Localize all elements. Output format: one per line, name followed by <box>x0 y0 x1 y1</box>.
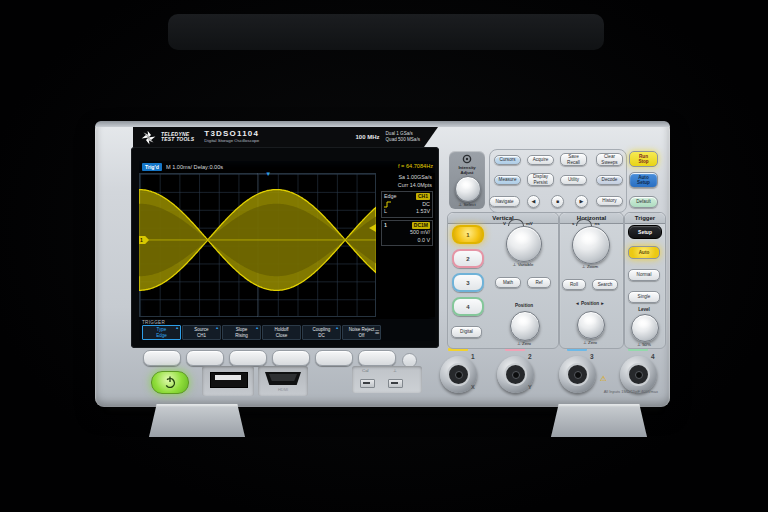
bnc-number-label: 2 <box>528 353 532 360</box>
search-button[interactable]: Search <box>592 279 618 290</box>
bnc-axis-label: X <box>471 384 475 390</box>
display-persist-button[interactable]: Display Persist <box>527 173 554 186</box>
trigger-fifty-label: ⊥ 50% <box>624 342 664 347</box>
am-waveform <box>139 173 376 317</box>
trigger-normal-button[interactable]: Normal <box>628 269 660 281</box>
trigger-single-button[interactable]: Single <box>628 291 660 303</box>
nav-previous-button[interactable]: ◀ <box>527 195 540 208</box>
save-recall-button[interactable]: Save Recall <box>560 153 587 166</box>
volts-scale-knob[interactable] <box>506 226 542 262</box>
cal-label: Cal <box>362 368 369 373</box>
screen-softkey-2[interactable] <box>186 350 224 366</box>
trigger-type: Edge <box>384 193 397 201</box>
vertical-position-knob[interactable] <box>510 311 540 341</box>
intensity-icon <box>462 154 472 164</box>
hdmi-port-inner <box>269 374 297 381</box>
navigate-button[interactable]: Navigate <box>489 196 520 207</box>
bnc-axis-label: Y <box>528 384 532 390</box>
screen-softkey-3[interactable] <box>229 350 267 366</box>
horizontal-zero-label: ⊥ Zero <box>570 340 610 345</box>
samplerate-specs: Dual 1 GSa/s Quad 500 MSa/s <box>386 131 428 142</box>
brand-name: TELEDYNE TEST TOOLS <box>161 132 194 143</box>
bandwidth-label: 100 MHz <box>356 134 380 140</box>
clear-sweeps-button[interactable]: Clear Sweeps <box>596 153 623 166</box>
menu-item-type[interactable]: TypeEdge▲ <box>142 325 181 340</box>
menu-item-holdoff[interactable]: HoldoffClose <box>262 325 301 340</box>
bnc-number-label: 1 <box>471 353 475 360</box>
timebase-knob[interactable] <box>572 226 610 264</box>
screen-softkey-5[interactable] <box>315 350 353 366</box>
channel-offset: 0.0 V <box>417 237 430 245</box>
run-stop-button[interactable]: Run Stop <box>629 151 658 167</box>
ref-button[interactable]: Ref <box>527 277 551 288</box>
channel-3-button[interactable]: 3 <box>452 273 484 292</box>
menu-item-source[interactable]: SourceCH1▲ <box>182 325 221 340</box>
bnc-input-4[interactable] <box>620 356 657 393</box>
decode-button[interactable]: Decode <box>596 175 623 185</box>
trigger-coupling: DC <box>422 201 430 209</box>
bnc-pin <box>455 371 463 379</box>
warning-icon: ⚠ <box>600 374 607 383</box>
memory-depth-readout: Curr 14.0Mpts <box>377 181 435 189</box>
vertical-zero-label: ⊥ Zero <box>504 341 544 346</box>
status-bar: Trig'd M 1.00ms/ Delay:0.00s <box>139 161 435 173</box>
bnc-number-label: 4 <box>651 353 655 360</box>
power-button[interactable] <box>151 371 189 394</box>
math-button[interactable]: Math <box>495 277 521 288</box>
horizontal-position-knob[interactable] <box>577 311 605 339</box>
trigger-setup-button[interactable]: Setup <box>628 225 662 239</box>
screen-softkey-1[interactable] <box>143 350 181 366</box>
trigger-level-value: 1.53V <box>416 208 430 216</box>
channel-scale: 500 mV/ <box>410 229 430 237</box>
auto-setup-button[interactable]: Auto Setup <box>629 172 658 188</box>
menu-item-slope[interactable]: SlopeRising▲ <box>222 325 261 340</box>
menu-item-coupling[interactable]: CouplingDC▲ <box>302 325 341 340</box>
oscilloscope-photo: TELEDYNE TEST TOOLS T3DSO1104 Digital St… <box>0 0 768 512</box>
lcd-display: Trig'd M 1.00ms/ Delay:0.00s f = 64.7084… <box>139 161 435 341</box>
channel-2-button[interactable]: 2 <box>452 249 484 268</box>
channel-1-button[interactable]: 1 <box>452 225 484 244</box>
menu-more-icon[interactable]: ≡ <box>375 328 380 338</box>
branding-strip: TELEDYNE TEST TOOLS T3DSO1104 Digital St… <box>133 127 438 147</box>
digital-button[interactable]: Digital <box>451 326 482 338</box>
roll-button[interactable]: Roll <box>562 279 586 290</box>
power-icon <box>152 372 188 393</box>
bnc-input-3[interactable] <box>559 356 596 393</box>
utility-button[interactable]: Utility <box>560 175 587 185</box>
horizontal-position-label: ◄ Position ► <box>565 301 615 306</box>
screen-sidebar: Sa 1.00GSa/s Curr 14.0Mpts Edge CH1 DC L… <box>377 173 435 317</box>
history-button[interactable]: History <box>596 196 623 206</box>
left-foot <box>149 404 245 437</box>
right-foot <box>551 404 647 437</box>
rising-slope-icon <box>384 201 392 208</box>
trigger-auto-button[interactable]: Auto <box>628 246 660 259</box>
bnc-pin <box>512 371 520 379</box>
input-rating-text: All Inputs 1MΩ/15pF 400Vmax <box>550 389 658 394</box>
screen-softkey-6[interactable] <box>358 350 396 366</box>
softkey-menu-bar: TRIGGER TypeEdge▲SourceCH1▲SlopeRising▲H… <box>139 319 435 341</box>
channel-4-button[interactable]: 4 <box>452 297 484 316</box>
model-number: T3DSO1104 <box>204 130 259 138</box>
menu-arrow-icon: ▲ <box>215 326 219 331</box>
nav-stop-button[interactable]: ■ <box>551 195 564 208</box>
volts-scale-arc: VmV <box>503 219 533 226</box>
zoom-push-label: ⊥ Zoom <box>570 264 610 269</box>
trigger-status-badge: Trig'd <box>142 163 162 171</box>
trigger-level-label: L <box>384 208 387 216</box>
intensity-knob[interactable] <box>455 176 481 202</box>
screen-softkey-4[interactable] <box>272 350 310 366</box>
nav-next-button[interactable]: ▶ <box>575 195 588 208</box>
menu-arrow-icon: ▲ <box>255 326 259 331</box>
default-button[interactable]: Default <box>629 196 658 208</box>
channel1-info-box: 1 DC1M 500 mV/ 0.0 V <box>381 220 433 247</box>
ground-slot <box>391 382 398 384</box>
trigger-level-knob[interactable] <box>631 314 659 342</box>
bnc-pin <box>574 371 582 379</box>
trigger-section-title: Trigger <box>625 213 665 224</box>
intensity-push-label: ⊥ Select <box>449 202 485 207</box>
trigger-source-badge: CH1 <box>416 193 430 200</box>
cursors-button[interactable]: Cursors <box>494 155 521 165</box>
acquire-button[interactable]: Acquire <box>527 155 554 165</box>
usb-port-tongue <box>215 375 241 380</box>
measure-button[interactable]: Measure <box>494 175 521 185</box>
